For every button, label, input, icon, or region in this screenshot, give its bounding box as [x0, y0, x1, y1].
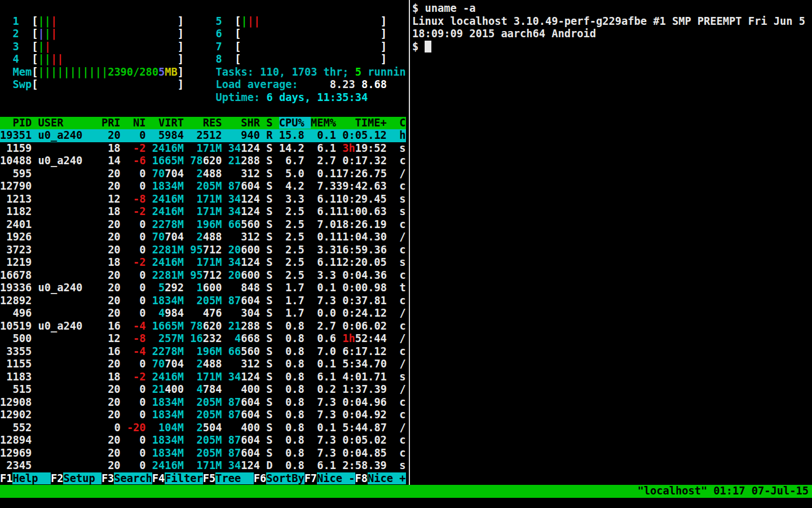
shell-prompt-line[interactable]: $	[412, 41, 431, 54]
cell-res: 171M	[197, 371, 222, 383]
process-row-2401[interactable]: 2401 20 0 2278M 196M 66560 S 2.5 7.018:2…	[0, 218, 406, 231]
cell-res: 205M	[197, 396, 222, 408]
cell-time: 18:26.19	[336, 218, 387, 230]
cell-mem: 7.3	[317, 434, 336, 446]
fkey-f1-help[interactable]: F1Help	[0, 472, 51, 484]
process-row-1219[interactable]: 1219 18 -2 2416M 171M 34124 S 2.5 6.112:…	[0, 256, 406, 269]
process-row-12894[interactable]: 12894 20 0 1834M 205M 87604 S 0.8 7.3 0:…	[0, 434, 406, 447]
process-row-500[interactable]: 500 12 -8 257M 16232 4668 S 0.8 0.6 1h52…	[0, 332, 406, 345]
fkey-label: Setup	[63, 472, 101, 484]
process-row-496[interactable]: 496 20 0 4984 476 304 S 1.7 0.0 0:24.12 …	[0, 307, 406, 320]
fkey-f8-nice+[interactable]: F8Nice +	[355, 472, 406, 484]
cell-pid: 3723	[6, 244, 32, 256]
cell-shr: 34	[228, 193, 241, 205]
pane-divider[interactable]	[409, 0, 410, 485]
cell-cpu: 2.5	[285, 231, 304, 243]
column-header-cpu: CPU%	[279, 117, 311, 129]
cpu-meter-1: 1 [||| ]	[13, 15, 184, 28]
meter-bar: |	[57, 53, 63, 65]
cell-ni: -8	[133, 193, 145, 205]
process-row-12892[interactable]: 12892 20 0 1834M 205M 87604 S 1.7 7.3 0:…	[0, 295, 406, 308]
meter-bar: |||||||||||	[38, 66, 108, 78]
cell-res: 196M	[197, 345, 222, 357]
cell-shr: 288	[241, 155, 260, 167]
meter-bracket: ]	[178, 66, 184, 78]
cell-res: 171M	[197, 193, 222, 205]
fkey-f6-sortby[interactable]: F6SortBy	[254, 472, 304, 484]
cell-shr: 288	[241, 320, 260, 332]
process-row-1213[interactable]: 1213 12 -8 2416M 171M 34124 S 3.3 6.110:…	[0, 193, 406, 206]
cell-cpu: 0.8	[285, 332, 304, 344]
cpu-meter-label: 8	[216, 53, 222, 65]
fkey-f7-nice-[interactable]: F7Nice -	[304, 472, 355, 484]
process-row-12908[interactable]: 12908 20 0 1834M 205M 87604 S 0.8 7.3 0:…	[0, 396, 406, 409]
process-row-3723[interactable]: 3723 20 0 2281M 95712 20600 S 2.5 3.316:…	[0, 244, 406, 257]
process-row-515[interactable]: 515 20 0 21400 4784 400 S 0.8 0.2 1:37.3…	[0, 383, 406, 396]
process-row-595[interactable]: 595 20 0 70704 2488 312 S 5.0 0.117:26.7…	[0, 168, 406, 181]
cell-s: S	[266, 320, 272, 332]
cell-mem: 7.0	[317, 218, 336, 230]
cell-virt: 1834M	[152, 434, 184, 446]
fkey-label: Help	[12, 472, 50, 484]
cell-ni: -2	[133, 256, 145, 268]
meter-bracket: ]	[178, 15, 184, 27]
cell-s: S	[266, 193, 272, 205]
cell-cpu: 3.3	[285, 193, 304, 205]
meter-bracket: ]	[381, 28, 387, 40]
cell-s: S	[266, 269, 272, 281]
cell-virt: 2416M	[152, 256, 184, 268]
cell-mem: 7.3	[317, 396, 336, 408]
cell-ni: -2	[133, 142, 145, 154]
column-header-user: USER	[32, 117, 63, 129]
cell-shr: 124	[241, 459, 260, 471]
process-row-19336[interactable]: 19336 u0_a240 20 0 5292 1600 848 S 1.7 0…	[0, 282, 406, 295]
htop-pane[interactable]: 1 [||| ]2 [||| ]3 [|| ]4 [|||| ]5 [||| ]…	[0, 0, 406, 485]
cell-cpu: 0.8	[285, 371, 304, 383]
tmux-session-window[interactable]: [0] 0:bash*	[25, 498, 95, 508]
fkey-f3-search[interactable]: F3Search	[102, 472, 152, 484]
process-row-10519[interactable]: 10519 u0_a240 16 -4 1665M 78620 21288 S …	[0, 320, 406, 333]
cell-pid: 1926	[6, 231, 32, 243]
fkey-f4-filter[interactable]: F4Filter	[152, 472, 203, 484]
shell-pane[interactable]: $ uname -aLinux localhost 3.10.49-perf-g…	[412, 0, 812, 485]
process-row-1159[interactable]: 1159 18 -2 2416M 171M 34124 S 14.2 6.1 3…	[0, 142, 406, 155]
process-row-1182[interactable]: 1182 18 -2 2416M 171M 34124 S 2.5 6.111:…	[0, 205, 406, 218]
cell-shr: 66	[228, 218, 241, 230]
cell-shr: 34	[228, 256, 241, 268]
process-row-10488[interactable]: 10488 u0_a240 14 -6 1665M 78620 21288 S …	[0, 155, 406, 168]
process-row-19351[interactable]: 19351 u0_a240 20 0 5984 2512 940 R 15.8 …	[0, 129, 406, 142]
cell-cpu: 5.0	[285, 168, 304, 179]
cell-pri: 12	[108, 193, 120, 205]
cell-virt: 70	[152, 168, 165, 179]
fkey-bar: F1Help F2Setup F3SearchF4FilterF5Tree F6…	[0, 472, 406, 485]
cell-mem: 6.1	[317, 205, 336, 217]
fkey-label: Nice -	[317, 472, 355, 484]
fkey-key: F4	[152, 472, 165, 484]
cell-s: S	[266, 371, 272, 383]
process-row-12969[interactable]: 12969 20 0 1834M 205M 87604 S 0.8 7.3 0:…	[0, 447, 406, 460]
fkey-f5-tree[interactable]: F5Tree	[203, 472, 254, 484]
cell-virt: 1834M	[152, 295, 184, 306]
column-header-cmd: C	[387, 117, 406, 129]
cell-virt: 2278M	[152, 345, 184, 357]
cell-res: 712	[203, 244, 222, 256]
cell-res: 196M	[197, 218, 222, 230]
process-row-1183[interactable]: 1183 18 -2 2416M 171M 34124 S 0.8 6.1 4:…	[0, 371, 406, 384]
cell-shr: 848	[241, 282, 260, 294]
cell-pid: 595	[12, 168, 32, 179]
process-row-1155[interactable]: 1155 20 0 70704 2488 312 S 0.8 0.1 5:34.…	[0, 358, 406, 371]
process-row-1926[interactable]: 1926 20 0 70704 2488 312 S 2.5 0.111:04.…	[0, 231, 406, 244]
cell-s: S	[266, 256, 272, 268]
fkey-f2-setup[interactable]: F2Setup	[51, 472, 102, 484]
cell-ni: 0	[139, 269, 145, 281]
cell-res: 600	[203, 282, 222, 294]
process-row-3355[interactable]: 3355 16 -4 2278M 196M 66560 S 0.8 7.0 6:…	[0, 345, 406, 358]
process-row-16678[interactable]: 16678 20 0 2281M 95712 20600 S 2.5 3.3 0…	[0, 269, 406, 282]
process-row-2345[interactable]: 2345 20 0 2416M 171M 34124 D 0.8 6.1 2:5…	[0, 459, 406, 472]
cell-time: 6:17.12	[342, 345, 387, 357]
process-row-12790[interactable]: 12790 20 0 1834M 205M 87604 S 4.2 7.339:…	[0, 180, 406, 193]
process-row-552[interactable]: 552 0 -20 104M 2504 400 S 0.8 0.1 5:44.8…	[0, 422, 406, 435]
cpu-meter-2: 2 [||| ]	[13, 28, 184, 41]
process-row-12902[interactable]: 12902 20 0 1834M 205M 87604 S 0.8 7.3 0:…	[0, 409, 406, 422]
meter-bar: |	[45, 53, 51, 65]
